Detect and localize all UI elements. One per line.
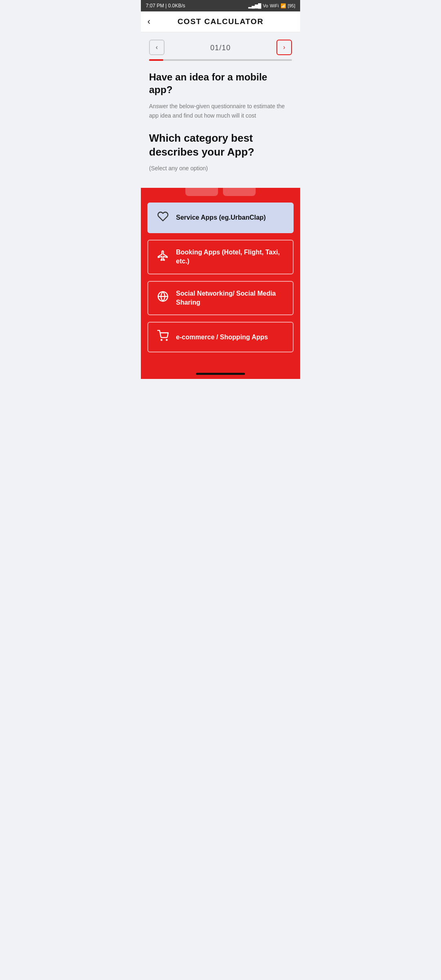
sub-text: Answer the below-given questionnaire to … bbox=[149, 102, 292, 120]
option-service-apps[interactable]: Service Apps (eg.UrbanClap) bbox=[147, 203, 294, 233]
content-section: Have an idea for a mobile app? Answer th… bbox=[141, 61, 300, 188]
home-bar bbox=[196, 373, 245, 375]
back-button[interactable]: ‹ bbox=[147, 17, 150, 26]
globe-icon bbox=[156, 291, 169, 305]
home-indicator bbox=[141, 371, 300, 379]
next-page-button[interactable]: › bbox=[276, 40, 292, 55]
vo-wifi-label: Vo bbox=[263, 3, 268, 8]
svg-point-3 bbox=[166, 340, 167, 341]
plane-icon bbox=[156, 250, 169, 264]
top-nav: ‹ COST CALCULATOR bbox=[141, 11, 300, 32]
status-time: 7:07 PM bbox=[146, 3, 164, 9]
pagination-section: ‹ 01/10 › bbox=[141, 32, 300, 61]
current-page: 01 bbox=[210, 44, 219, 52]
page-title: COST CALCULATOR bbox=[178, 17, 264, 26]
ecommerce-label: e-commerce / Shopping Apps bbox=[176, 333, 268, 342]
deco-tab-2 bbox=[223, 188, 256, 196]
signal-icon: ▂▄▆█ bbox=[248, 3, 261, 9]
options-section: Service Apps (eg.UrbanClap) Booking Apps… bbox=[141, 188, 300, 372]
top-decoration bbox=[147, 188, 294, 196]
battery-indicator: [95] bbox=[288, 3, 295, 8]
signal-wave-icon: 📶 bbox=[281, 3, 286, 9]
heart-icon bbox=[156, 211, 169, 225]
option-social-networking[interactable]: Social Networking/ Social Media Sharing bbox=[147, 281, 294, 316]
pagination-row: ‹ 01/10 › bbox=[149, 40, 292, 55]
booking-apps-label: Booking Apps (Hotel, Flight, Taxi, etc.) bbox=[176, 248, 285, 266]
social-networking-label: Social Networking/ Social Media Sharing bbox=[176, 289, 285, 307]
total-pages: 10 bbox=[222, 44, 231, 52]
option-booking-apps[interactable]: Booking Apps (Hotel, Flight, Taxi, etc.) bbox=[147, 240, 294, 274]
status-data-speed: 0.0KB/s bbox=[168, 3, 185, 9]
wifi-icon: WiFi bbox=[270, 3, 279, 8]
cart-icon bbox=[156, 330, 169, 344]
status-bar: 7:07 PM | 0.0KB/s ▂▄▆█ Vo WiFi 📶 [95] bbox=[141, 0, 300, 11]
select-hint: (Select any one option) bbox=[149, 165, 292, 172]
prev-page-button[interactable]: ‹ bbox=[149, 40, 165, 55]
svg-point-2 bbox=[161, 340, 162, 341]
main-heading: Have an idea for a mobile app? bbox=[149, 71, 292, 96]
status-icons: ▂▄▆█ Vo WiFi 📶 [95] bbox=[248, 3, 295, 9]
page-indicator: 01/10 bbox=[210, 42, 231, 53]
question-heading: Which category best describes your App? bbox=[149, 131, 292, 159]
deco-tab-1 bbox=[185, 188, 218, 196]
status-time-speed: 7:07 PM | 0.0KB/s bbox=[146, 3, 185, 9]
service-apps-label: Service Apps (eg.UrbanClap) bbox=[176, 213, 266, 222]
option-ecommerce[interactable]: e-commerce / Shopping Apps bbox=[147, 322, 294, 352]
